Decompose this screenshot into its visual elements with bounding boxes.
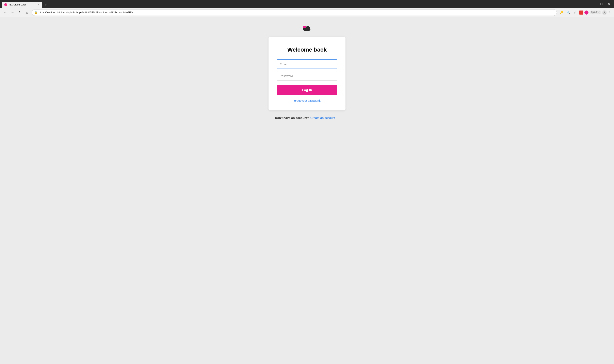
password-input[interactable] bbox=[277, 71, 337, 80]
password-group bbox=[277, 71, 337, 80]
home-button[interactable]: ⌂ bbox=[24, 10, 30, 15]
close-button[interactable]: ✕ bbox=[607, 2, 611, 6]
email-input[interactable] bbox=[277, 59, 337, 69]
create-account-link[interactable]: Create an account → bbox=[310, 116, 339, 119]
login-card: Welcome back Log in Forgot your password… bbox=[268, 37, 346, 110]
address-bar[interactable]: 🔒 https://iexcloud.io/cloud-login?r=http… bbox=[32, 9, 557, 16]
extension-pink-icon[interactable] bbox=[585, 11, 588, 14]
search-icon[interactable]: 🔍 bbox=[565, 10, 571, 15]
bookmark-icon[interactable]: ☆ bbox=[572, 10, 578, 15]
forward-button[interactable]: → bbox=[10, 10, 15, 15]
toolbar-right: 🔑 🔍 ☆ 無痕模式 ⋮ bbox=[558, 10, 612, 15]
browser-menu-button[interactable]: ⋮ bbox=[608, 10, 612, 15]
tab-title: IEX Cloud Login bbox=[9, 3, 35, 6]
logo-area bbox=[302, 24, 312, 33]
browser-window: IEX Cloud Login ✕ + — □ ✕ ← → ↻ ⌂ 🔒 http… bbox=[0, 0, 614, 364]
window-controls: — □ ✕ bbox=[592, 2, 612, 6]
page-content: Welcome back Log in Forgot your password… bbox=[0, 17, 614, 364]
active-tab[interactable]: IEX Cloud Login ✕ bbox=[2, 2, 42, 8]
key-icon[interactable]: 🔑 bbox=[558, 10, 564, 15]
new-tab-button[interactable]: + bbox=[43, 2, 49, 8]
login-title: Welcome back bbox=[277, 47, 337, 53]
svg-point-6 bbox=[303, 28, 310, 31]
refresh-button[interactable]: ↻ bbox=[17, 10, 23, 15]
extension-red-icon[interactable] bbox=[579, 11, 583, 14]
signup-row: Don't have an account? Create an account… bbox=[275, 116, 339, 119]
tab-bar: IEX Cloud Login ✕ + bbox=[2, 0, 49, 8]
url-text: https://iexcloud.io/cloud-login?r=https%… bbox=[39, 11, 554, 14]
profile-avatar[interactable] bbox=[602, 10, 607, 15]
iex-cloud-logo bbox=[302, 24, 312, 32]
no-account-text: Don't have an account? bbox=[275, 116, 309, 119]
email-group bbox=[277, 59, 337, 69]
title-bar: IEX Cloud Login ✕ + — □ ✕ bbox=[0, 0, 614, 8]
back-button[interactable]: ← bbox=[2, 10, 8, 15]
tab-close-button[interactable]: ✕ bbox=[36, 3, 40, 6]
minimize-button[interactable]: — bbox=[592, 2, 596, 6]
lock-icon: 🔒 bbox=[34, 11, 38, 14]
browser-toolbar: ← → ↻ ⌂ 🔒 https://iexcloud.io/cloud-logi… bbox=[0, 8, 614, 17]
login-button[interactable]: Log in bbox=[277, 85, 337, 95]
tab-favicon bbox=[4, 3, 7, 6]
maximize-button[interactable]: □ bbox=[600, 2, 603, 6]
incognito-mode-label: 無痕模式 bbox=[590, 11, 601, 14]
forgot-password-link[interactable]: Forgot your password? bbox=[277, 99, 337, 102]
